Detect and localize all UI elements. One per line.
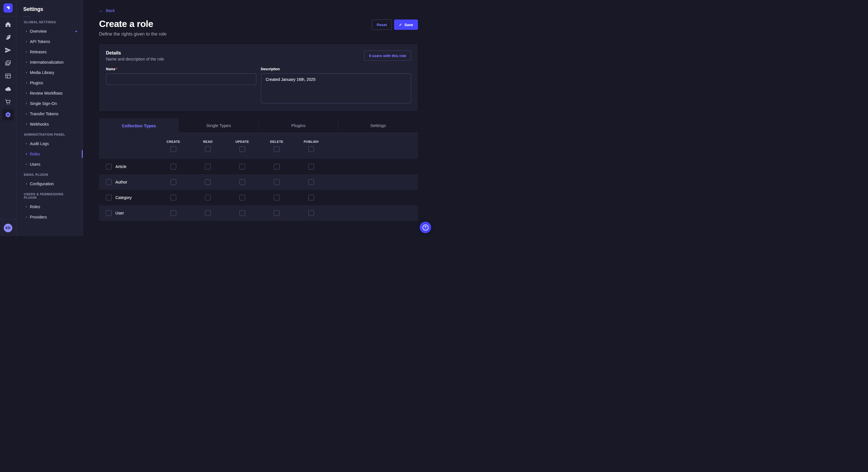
row-select-checkbox[interactable] xyxy=(106,210,112,216)
subnav-item-label: API Tokens xyxy=(30,39,50,44)
subnav-item[interactable]: Plugins xyxy=(17,78,83,88)
subnav-item-label: Roles xyxy=(30,152,40,156)
tab[interactable]: Collection Types xyxy=(99,118,179,133)
permission-checkbox[interactable] xyxy=(239,164,245,169)
save-button[interactable]: ✓ Save xyxy=(394,20,418,30)
select-all-checkbox[interactable] xyxy=(274,146,280,152)
subnav-item[interactable]: Overview xyxy=(17,26,83,36)
subnav-item-label: Internationalization xyxy=(30,60,64,65)
page-subtitle: Define the rights given to the role xyxy=(99,32,166,37)
subnav-item[interactable]: Users xyxy=(17,159,83,169)
permission-checkbox[interactable] xyxy=(170,195,176,200)
logo-section xyxy=(0,0,16,16)
save-label: Save xyxy=(404,23,413,27)
details-subtitle: Name and description of the role xyxy=(106,57,164,61)
settings-subnav: Settings GLOBAL SETTINGS Overview API To… xyxy=(17,0,83,236)
permission-checkbox[interactable] xyxy=(170,210,176,216)
nav-slot[interactable] xyxy=(2,109,14,121)
nav-slot[interactable] xyxy=(2,32,14,43)
permission-checkbox[interactable] xyxy=(205,179,211,185)
permission-column-header: DELETE xyxy=(259,140,294,152)
back-link[interactable]: ← Back xyxy=(99,8,115,13)
bullet-icon xyxy=(26,31,27,32)
name-label: Name* xyxy=(106,67,256,71)
nav-slot[interactable] xyxy=(2,70,14,82)
permission-checkbox[interactable] xyxy=(308,179,314,185)
permission-checkbox[interactable] xyxy=(170,164,176,169)
select-all-checkbox[interactable] xyxy=(170,146,176,152)
subnav-item[interactable]: Webhooks xyxy=(17,119,83,129)
permission-checkbox[interactable] xyxy=(205,195,211,200)
permission-checkbox[interactable] xyxy=(308,210,314,216)
send-icon xyxy=(5,47,11,54)
subnav-item[interactable]: Transfer Tokens xyxy=(17,109,83,119)
help-button[interactable]: ? xyxy=(420,222,431,233)
nav-slot[interactable] xyxy=(2,96,14,107)
nav-slot[interactable] xyxy=(2,19,14,30)
subnav-item[interactable]: Audit Logs xyxy=(17,138,83,149)
permission-checkbox[interactable] xyxy=(274,179,280,185)
nav-slot[interactable] xyxy=(2,83,14,95)
subnav-section: GLOBAL SETTINGS Overview API Tokens Rele… xyxy=(17,20,83,129)
permission-checkbox[interactable] xyxy=(274,195,280,200)
permission-row: Article xyxy=(99,159,418,174)
subnav-item[interactable]: Review Workflows xyxy=(17,88,83,98)
select-all-checkbox[interactable] xyxy=(205,146,211,152)
avatar[interactable]: KD xyxy=(4,224,12,232)
tab[interactable]: Plugins xyxy=(259,118,338,133)
permission-checkbox[interactable] xyxy=(274,210,280,216)
select-all-checkbox[interactable] xyxy=(308,146,314,152)
select-all-checkbox[interactable] xyxy=(239,146,245,152)
permissions-panel: CREATE READ UPDATE DELETE xyxy=(99,133,418,221)
permission-cell xyxy=(259,210,294,216)
subnav-item[interactable]: Internationalization xyxy=(17,57,83,67)
subnav-item-label: Configuration xyxy=(30,181,54,186)
users-with-role-button[interactable]: 0 users with this role xyxy=(364,50,411,61)
media-icon xyxy=(5,60,11,67)
subnav-item[interactable]: Media Library xyxy=(17,67,83,78)
permission-row: Author xyxy=(99,174,418,190)
subnav-item[interactable]: Roles xyxy=(17,149,83,159)
permission-checkbox[interactable] xyxy=(205,210,211,216)
row-select-checkbox[interactable] xyxy=(106,164,112,169)
permission-checkbox[interactable] xyxy=(170,179,176,185)
permission-checkbox[interactable] xyxy=(308,195,314,200)
permission-checkbox[interactable] xyxy=(239,210,245,216)
tab[interactable]: Single Types xyxy=(179,118,259,133)
reset-button[interactable]: Reset xyxy=(372,20,392,30)
notification-dot-icon xyxy=(75,31,77,32)
tab[interactable]: Settings xyxy=(338,118,418,133)
subnav-section: EMAIL PLUGIN Configuration xyxy=(17,173,83,189)
row-select-checkbox[interactable] xyxy=(106,195,112,200)
name-input[interactable] xyxy=(106,73,256,85)
content-type-label: Category xyxy=(115,195,132,200)
subnav-item[interactable]: Roles xyxy=(17,202,83,212)
permission-checkbox[interactable] xyxy=(308,164,314,169)
bullet-icon xyxy=(26,93,27,94)
subnav-item-label: Users xyxy=(30,162,40,167)
nav-slot[interactable] xyxy=(2,44,14,56)
subnav-item[interactable]: Single Sign-On xyxy=(17,98,83,109)
header-actions: Reset ✓ Save xyxy=(372,19,418,30)
row-select-checkbox[interactable] xyxy=(106,179,112,185)
nav-slot[interactable] xyxy=(2,57,14,69)
permissions-tabs: Collection Types Single Types Plugins Se… xyxy=(99,118,418,133)
permission-checkbox[interactable] xyxy=(205,164,211,169)
strapi-logo[interactable] xyxy=(3,3,12,12)
permission-cell xyxy=(191,179,225,185)
subnav-item[interactable]: Configuration xyxy=(17,179,83,189)
page-header: Create a role Define the rights given to… xyxy=(99,19,418,37)
details-card: Details Name and description of the role… xyxy=(99,44,418,111)
subnav-item[interactable]: API Tokens xyxy=(17,36,83,47)
permission-checkbox[interactable] xyxy=(274,164,280,169)
bullet-icon xyxy=(26,41,27,42)
row-name-cell: Article xyxy=(99,164,156,169)
subnav-item[interactable]: Providers xyxy=(17,212,83,222)
permission-checkbox[interactable] xyxy=(239,179,245,185)
subnav-item-label: Overview xyxy=(30,29,46,34)
description-textarea[interactable]: Created January 16th, 2025 xyxy=(261,73,411,103)
strapi-logo-icon xyxy=(5,5,11,11)
permission-cell xyxy=(156,179,191,185)
subnav-item[interactable]: Releases xyxy=(17,47,83,57)
permission-checkbox[interactable] xyxy=(239,195,245,200)
